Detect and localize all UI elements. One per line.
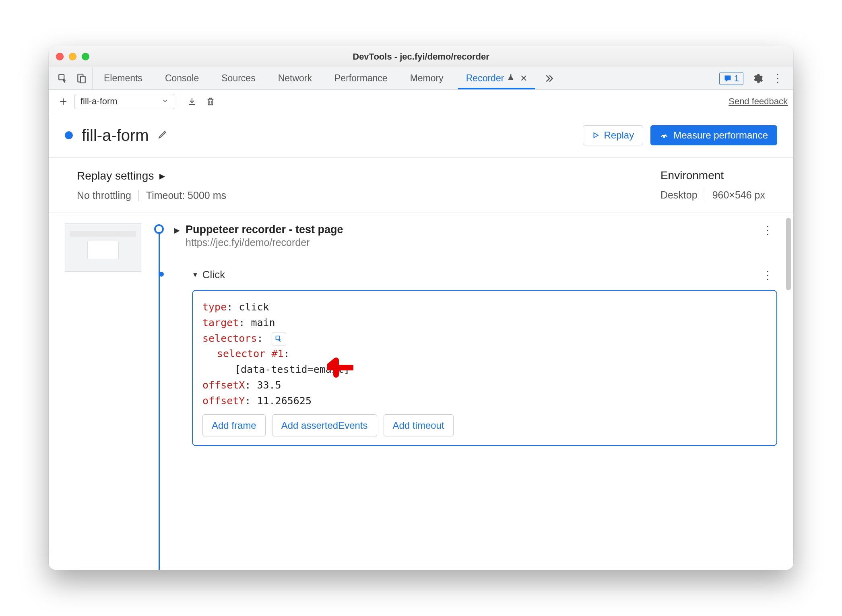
prop-offsety-val[interactable]: 11.265625 — [257, 395, 311, 407]
step-click-label: Click — [202, 269, 225, 281]
flask-icon — [507, 73, 514, 83]
edit-title-button[interactable] — [158, 129, 168, 142]
prop-type-val[interactable]: click — [239, 301, 269, 313]
tab-elements[interactable]: Elements — [93, 67, 154, 89]
page-thumbnail — [65, 223, 141, 272]
inspect-element-icon[interactable] — [57, 72, 69, 85]
chevron-right-icon: ▸ — [159, 170, 165, 182]
measure-performance-button[interactable]: Measure performance — [650, 125, 777, 145]
recorder-toolbar: ＋ fill-a-form Send feedback — [49, 90, 793, 113]
replay-label: Replay — [604, 130, 634, 141]
recording-header: fill-a-form Replay Measure performance — [49, 113, 793, 158]
divider — [705, 190, 705, 201]
settings-icon[interactable] — [751, 72, 764, 85]
window-title: DevTools - jec.fyi/demo/recorder — [49, 52, 793, 62]
step-title: Puppeteer recorder - test page — [186, 223, 343, 236]
more-tabs-button[interactable] — [539, 67, 559, 89]
device-toggle-icon[interactable] — [75, 72, 87, 85]
add-asserted-events-button[interactable]: Add assertedEvents — [272, 414, 377, 436]
recording-indicator-icon — [65, 131, 73, 139]
prop-offsety-key: offsetY — [202, 395, 245, 407]
selector-index-label: selector #1 — [217, 348, 284, 360]
timeline-node-icon — [154, 224, 164, 234]
chevron-down-icon — [162, 97, 168, 105]
scrollbar[interactable] — [786, 218, 791, 570]
panel-tabs: Elements Console Sources Network Perform… — [93, 67, 713, 89]
tab-performance[interactable]: Performance — [323, 67, 399, 89]
step-click: ▼ Click ⋮ type: click target: main selec… — [174, 269, 777, 446]
titlebar: DevTools - jec.fyi/demo/recorder — [49, 46, 793, 67]
issues-count: 1 — [734, 73, 739, 84]
flow-name: fill-a-form — [80, 96, 118, 107]
tab-recorder[interactable]: Recorder ✕ — [455, 67, 539, 89]
timeline-area: ▶ Puppeteer recorder - test page https:/… — [49, 213, 793, 570]
close-tab-button[interactable]: ✕ — [520, 73, 527, 84]
measure-label: Measure performance — [673, 130, 768, 141]
prop-target-key: target — [202, 317, 239, 329]
timeout-value: Timeout: 5000 ms — [146, 190, 226, 201]
tab-network[interactable]: Network — [267, 67, 323, 89]
dimensions-value: 960×546 px — [712, 189, 765, 201]
step-details-panel: type: click target: main selectors: sele… — [192, 290, 777, 446]
recording-title: fill-a-form — [82, 126, 149, 145]
new-recording-button[interactable]: ＋ — [54, 93, 72, 110]
steps-timeline: ▶ Puppeteer recorder - test page https:/… — [154, 223, 789, 570]
settings-row: Replay settings ▸ No throttling Timeout:… — [49, 158, 793, 213]
divider — [180, 95, 180, 108]
prop-type-key: type — [202, 301, 227, 313]
tab-sources[interactable]: Sources — [210, 67, 266, 89]
prop-offsetx-val[interactable]: 33.5 — [257, 379, 281, 391]
right-toolbar: 1 ⋮ — [713, 67, 790, 89]
throttling-value: No throttling — [77, 190, 131, 201]
environment-heading: Environment — [660, 169, 765, 182]
step-navigate: ▶ Puppeteer recorder - test page https:/… — [154, 223, 777, 446]
device-value: Desktop — [660, 189, 698, 201]
svg-point-3 — [664, 136, 665, 137]
devtools-window: DevTools - jec.fyi/demo/recorder Element… — [49, 46, 793, 570]
add-frame-button[interactable]: Add frame — [202, 414, 266, 436]
prop-selectors-key: selectors — [202, 333, 257, 344]
export-icon[interactable] — [186, 95, 198, 107]
replay-settings-heading[interactable]: Replay settings ▸ — [77, 169, 226, 182]
svg-rect-2 — [80, 76, 85, 83]
step-click-header[interactable]: ▼ Click — [192, 269, 225, 281]
send-feedback-link[interactable]: Send feedback — [728, 96, 788, 107]
tab-recorder-label: Recorder — [466, 73, 504, 84]
step-url: https://jec.fyi/demo/recorder — [186, 237, 343, 248]
scrollbar-thumb[interactable] — [786, 218, 791, 290]
tab-memory[interactable]: Memory — [399, 67, 455, 89]
devtools-tabstrip: Elements Console Sources Network Perform… — [49, 67, 793, 90]
inspect-tools — [52, 67, 93, 89]
expand-caret-icon[interactable]: ▶ — [174, 226, 180, 235]
add-timeout-button[interactable]: Add timeout — [384, 414, 454, 436]
divider — [138, 190, 139, 201]
caret-down-icon: ▼ — [192, 271, 198, 279]
prop-target-val[interactable]: main — [251, 317, 275, 329]
prop-offsetx-key: offsetX — [202, 379, 245, 391]
tab-console[interactable]: Console — [154, 67, 210, 89]
step-menu-button[interactable]: ⋮ — [762, 223, 773, 237]
delete-icon[interactable] — [204, 95, 217, 107]
annotation-arrow-icon — [327, 356, 355, 384]
issues-badge[interactable]: 1 — [719, 72, 743, 85]
timeline-sub-node-icon — [159, 272, 164, 277]
element-picker-button[interactable] — [272, 333, 286, 345]
replay-button[interactable]: Replay — [583, 125, 644, 145]
more-menu-icon[interactable]: ⋮ — [772, 72, 784, 85]
step-menu-button[interactable]: ⋮ — [762, 269, 773, 282]
flow-select[interactable]: fill-a-form — [74, 94, 174, 109]
